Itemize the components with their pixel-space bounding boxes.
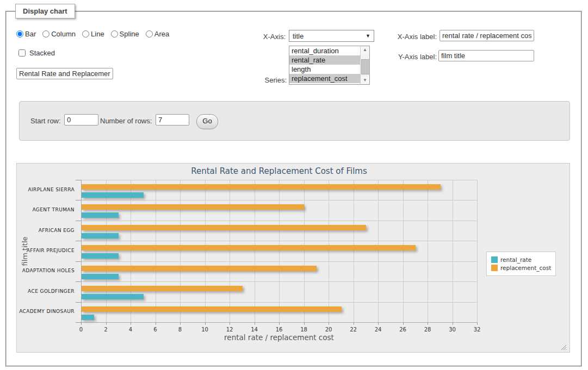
number-of-rows-input[interactable] <box>156 114 189 126</box>
chart-type-radio[interactable] <box>42 30 49 37</box>
grid-line-v <box>131 180 131 322</box>
x-tick-label: 18 <box>296 327 312 333</box>
series-listbox-scrollbar[interactable]: ▲ ▼ <box>360 46 370 85</box>
chart-type-radio[interactable] <box>111 30 118 37</box>
x-tick-label: 8 <box>172 327 188 333</box>
x-axis-label-input[interactable] <box>440 30 534 41</box>
y-axis-tick <box>76 261 81 262</box>
x-axis-tick <box>81 322 82 325</box>
category-label: ADAPTATION HOLES <box>17 268 75 273</box>
scroll-down-icon[interactable]: ▼ <box>361 77 369 84</box>
bar-replacement_cost <box>82 286 243 291</box>
series-listbox-options[interactable]: rental_durationrental_ratelengthreplacem… <box>289 46 361 85</box>
series-option[interactable]: replacement_cost <box>289 74 361 83</box>
legend-swatch-icon <box>491 256 498 263</box>
x-axis-tick <box>106 322 107 325</box>
bar-rental_rate <box>82 294 144 299</box>
bar-replacement_cost <box>82 184 441 190</box>
x-tick-label: 4 <box>122 327 139 333</box>
chart-type-radio[interactable] <box>82 30 89 37</box>
category-label: AGENT TRUMAN <box>17 207 75 212</box>
y-axis-tick <box>76 241 81 241</box>
grid-line-v <box>205 180 206 322</box>
grid-line-v <box>156 180 156 322</box>
chart-type-option[interactable]: Column <box>42 30 76 38</box>
x-tick-label: 10 <box>197 327 213 333</box>
x-axis-tick <box>279 322 280 325</box>
bar-rental_rate <box>82 192 144 198</box>
fieldset-legend: Display chart <box>15 4 75 18</box>
scroll-up-icon[interactable]: ▲ <box>361 46 369 54</box>
x-tick-label: 6 <box>147 327 164 333</box>
y-axis-tick <box>76 221 81 221</box>
chart-type-radio[interactable] <box>16 30 23 37</box>
bar-rental_rate <box>82 253 119 259</box>
scrollbar-thumb[interactable] <box>361 59 370 74</box>
legend-swatch-icon <box>491 265 498 271</box>
x-tick-label: 28 <box>419 327 436 333</box>
x-axis-tick <box>180 322 181 325</box>
series-option[interactable]: length <box>289 65 361 74</box>
stacked-checkbox[interactable] <box>18 49 26 57</box>
grid-line-v <box>106 180 107 322</box>
stacked-option[interactable]: Stacked <box>16 48 55 58</box>
bar-rental_rate <box>82 233 119 239</box>
start-row-input[interactable] <box>64 114 98 126</box>
series-option[interactable]: rental_duration <box>289 46 361 55</box>
chart-type-label: Spline <box>120 30 139 38</box>
chart-title-input[interactable] <box>16 68 113 79</box>
start-row-label: Start row: <box>30 117 61 125</box>
x-axis-tick <box>156 322 156 325</box>
x-tick-label: 32 <box>469 327 485 333</box>
y-axis-tick <box>76 281 81 282</box>
stacked-label: Stacked <box>29 49 55 57</box>
legend-item-rental_rate[interactable]: rental_rate <box>491 256 551 263</box>
grid-line-v <box>230 180 230 322</box>
y-axis-tick <box>76 200 81 200</box>
bar-replacement_cost <box>82 266 317 271</box>
x-axis-tick <box>403 322 404 325</box>
y-axis-label-input[interactable] <box>438 50 534 61</box>
number-of-rows-label: Number of rows: <box>100 117 152 125</box>
category-label: AFRICAN EGG <box>17 228 75 233</box>
series-option[interactable]: rental_rate <box>289 55 361 65</box>
x-axis-tick <box>354 322 354 325</box>
chart-type-radio[interactable] <box>146 30 153 37</box>
bar-replacement_cost <box>82 245 416 250</box>
x-tick-label: 22 <box>345 327 362 333</box>
grid-line-v <box>403 180 404 322</box>
x-axis-title: rental rate / replacement cost <box>81 333 477 342</box>
grid-line-v <box>329 180 329 322</box>
grid-line-v <box>255 180 255 322</box>
chart-type-label: Column <box>51 30 76 38</box>
grid-line-v <box>453 180 453 322</box>
x-axis-select-value: title <box>293 32 304 40</box>
bar-replacement_cost <box>82 306 342 312</box>
chart-type-option[interactable]: Line <box>82 30 104 38</box>
chart-type-option[interactable]: Bar <box>16 30 36 38</box>
x-axis-tick <box>453 322 453 325</box>
grid-line-v <box>378 180 379 322</box>
x-axis-tick <box>329 322 329 325</box>
grid-line-v <box>304 180 305 322</box>
y-axis-tick <box>76 322 81 323</box>
x-tick-label: 12 <box>221 327 238 333</box>
go-button[interactable]: Go <box>196 114 218 129</box>
x-axis-select[interactable]: title ▼ <box>289 30 374 42</box>
bar-rental_rate <box>82 212 119 218</box>
x-axis-tick <box>205 322 206 325</box>
legend-item-replacement_cost[interactable]: replacement_cost <box>491 265 551 271</box>
chart-canvas: Rental Rate and Replacement Cost of Film… <box>17 164 570 352</box>
y-axis-tick <box>76 180 81 180</box>
x-axis-tick <box>477 322 478 325</box>
x-axis-select-label: X-Axis: <box>247 33 286 41</box>
x-tick-label: 30 <box>444 327 461 333</box>
chart-panel: Rental Rate and Replacement Cost of Film… <box>16 163 570 353</box>
chart-title: Rental Rate and Replacement Cost of Film… <box>81 166 477 176</box>
x-axis-label-label: X-Axis label: <box>389 33 437 41</box>
row-range-panel: Start row: Number of rows: Go <box>19 101 570 141</box>
dropdown-arrow-icon: ▼ <box>366 33 370 39</box>
chart-type-option[interactable]: Spline <box>111 30 139 38</box>
series-label: Series: <box>247 76 287 84</box>
chart-type-option[interactable]: Area <box>146 30 169 38</box>
